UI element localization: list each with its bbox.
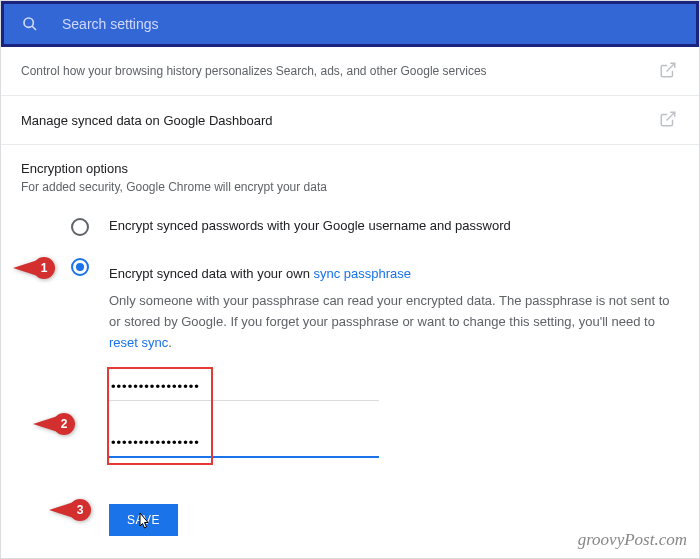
- search-icon: [22, 16, 38, 32]
- passphrase-confirm-input[interactable]: [109, 429, 379, 458]
- external-link-icon: [659, 110, 679, 130]
- reset-sync-link[interactable]: reset sync: [109, 335, 168, 350]
- encryption-subtitle: For added security, Google Chrome will e…: [1, 180, 699, 206]
- svg-point-0: [24, 18, 33, 27]
- passphrase-help-text: Only someone with your passphrase can re…: [109, 291, 679, 353]
- save-button[interactable]: SAVE: [109, 504, 178, 536]
- annotation-badge-1: 1: [13, 257, 55, 279]
- personalize-text: Control how your browsing history person…: [21, 64, 487, 78]
- radio-icon: [71, 218, 89, 236]
- encrypt-passwords-label: Encrypt synced passwords with your Googl…: [109, 216, 511, 236]
- encrypt-passwords-option[interactable]: Encrypt synced passwords with your Googl…: [21, 206, 679, 246]
- encrypt-passphrase-option[interactable]: Encrypt synced data with your own sync p…: [21, 246, 679, 364]
- passphrase-input[interactable]: [109, 373, 379, 401]
- svg-line-2: [667, 63, 675, 71]
- search-input[interactable]: [62, 16, 678, 32]
- dashboard-text: Manage synced data on Google Dashboard: [21, 113, 273, 128]
- annotation-badge-3: 3: [49, 499, 91, 521]
- encryption-radio-group: Encrypt synced passwords with your Googl…: [1, 206, 699, 363]
- search-bar: [1, 1, 699, 47]
- watermark: groovyPost.com: [578, 530, 687, 550]
- dashboard-row[interactable]: Manage synced data on Google Dashboard: [1, 95, 699, 144]
- passphrase-fields: [109, 373, 379, 486]
- settings-content: Control how your browsing history person…: [1, 47, 699, 536]
- svg-line-3: [667, 112, 675, 120]
- annotation-badge-2: 2: [33, 413, 75, 435]
- encrypt-passphrase-label: Encrypt synced data with your own: [109, 266, 314, 281]
- radio-icon-selected: [71, 258, 89, 276]
- encryption-title: Encryption options: [1, 145, 699, 180]
- external-link-icon: [659, 61, 679, 81]
- personalize-row[interactable]: Control how your browsing history person…: [1, 47, 699, 95]
- svg-line-1: [32, 26, 36, 30]
- sync-passphrase-link[interactable]: sync passphrase: [314, 266, 412, 281]
